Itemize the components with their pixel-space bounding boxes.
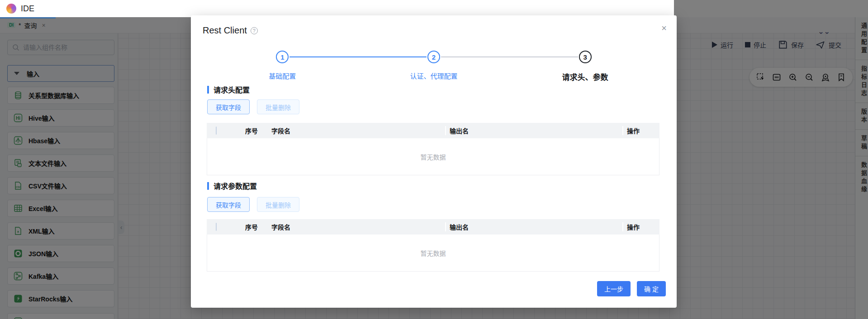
step-3-circle: 3 xyxy=(579,51,592,63)
app-logo-icon xyxy=(6,4,16,14)
dialog-title: Rest Client xyxy=(203,25,247,36)
empty-state-text: 暂无数据 xyxy=(421,152,446,161)
empty-table-body: 暂无数据 xyxy=(207,235,659,272)
step-1[interactable]: 1 基础配置 xyxy=(207,51,358,80)
step-2[interactable]: 2 认证、代理配置 xyxy=(358,51,510,80)
help-icon[interactable]: ? xyxy=(251,27,258,34)
col-output-name: 输出名 xyxy=(446,222,623,231)
top-bar-left: IDE xyxy=(0,0,674,17)
step-3[interactable]: 3 请求头、参数 xyxy=(509,51,661,82)
wizard-stepper: 1 基础配置 2 认证、代理配置 3 请求头、参数 xyxy=(207,51,661,82)
active-tab-indicator xyxy=(0,17,56,19)
dialog-footer: 上一步 确 定 xyxy=(597,281,666,296)
step-2-label: 认证、代理配置 xyxy=(410,71,457,80)
col-index: 序号 xyxy=(238,126,268,135)
params-table: 序号 字段名 输出名 操作 暂无数据 xyxy=(207,219,659,272)
step-3-label: 请求头、参数 xyxy=(562,71,608,82)
headers-table: 序号 字段名 输出名 操作 暂无数据 xyxy=(207,123,659,175)
params-actions: 获取字段 批量删除 xyxy=(207,197,299,212)
dialog-header: Rest Client ? xyxy=(203,25,258,36)
col-actions: 操作 xyxy=(623,222,659,231)
col-actions: 操作 xyxy=(623,126,659,135)
step-1-label: 基础配置 xyxy=(269,71,296,80)
section-accent-bar xyxy=(207,182,209,190)
select-all-checkbox[interactable] xyxy=(216,127,217,135)
empty-table-body: 暂无数据 xyxy=(207,138,659,175)
step-2-circle: 2 xyxy=(427,51,440,63)
app-title: IDE xyxy=(21,4,34,14)
section-request-headers: 请求头配置 xyxy=(207,84,250,95)
table-header-row: 序号 字段名 输出名 操作 xyxy=(207,123,659,138)
empty-state-text: 暂无数据 xyxy=(421,249,446,258)
select-all-cell xyxy=(207,127,238,134)
col-field-name: 字段名 xyxy=(268,222,446,231)
table-header-row: 序号 字段名 输出名 操作 xyxy=(207,219,659,235)
section-accent-bar xyxy=(207,86,209,94)
fetch-fields-button[interactable]: 获取字段 xyxy=(207,197,250,212)
step-1-circle: 1 xyxy=(276,51,289,63)
section-title: 请求参数配置 xyxy=(213,180,257,191)
section-title: 请求头配置 xyxy=(213,84,250,95)
close-icon[interactable]: × xyxy=(661,23,667,33)
col-output-name: 输出名 xyxy=(446,126,623,135)
col-index: 序号 xyxy=(238,222,268,231)
select-all-checkbox[interactable] xyxy=(216,223,217,231)
batch-delete-button[interactable]: 批量删除 xyxy=(257,99,299,114)
rest-client-dialog: Rest Client ? × 1 基础配置 2 认证、代理配置 3 请求头、参… xyxy=(191,15,677,308)
select-all-cell xyxy=(207,223,238,230)
confirm-button[interactable]: 确 定 xyxy=(637,281,666,296)
batch-delete-button[interactable]: 批量删除 xyxy=(257,197,299,212)
previous-step-button[interactable]: 上一步 xyxy=(597,281,631,296)
fetch-fields-button[interactable]: 获取字段 xyxy=(207,99,250,114)
section-request-params: 请求参数配置 xyxy=(207,180,257,191)
headers-actions: 获取字段 批量删除 xyxy=(207,99,299,114)
col-field-name: 字段名 xyxy=(268,126,446,135)
